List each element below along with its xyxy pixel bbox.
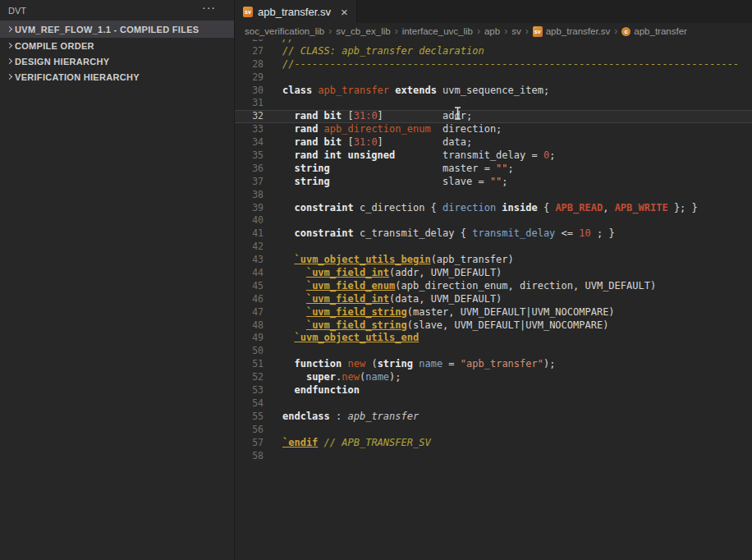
code-line-44[interactable]: 44 `uvm_field_int(addr, UVM_DEFAULT) bbox=[235, 267, 752, 280]
line-number: 50 bbox=[235, 345, 264, 358]
code-line-53[interactable]: 53 endfunction bbox=[235, 384, 752, 397]
code-text: string slave = ""; bbox=[264, 176, 508, 189]
code-line-48[interactable]: 48 `uvm_field_string(slave, UVM_DEFAULT|… bbox=[235, 319, 752, 333]
code-line-49[interactable]: 49 `uvm_object_utils_end bbox=[235, 332, 752, 345]
line-number: 44 bbox=[235, 267, 264, 280]
line-number: 37 bbox=[235, 176, 264, 189]
code-line-46[interactable]: 46 `uvm_field_int(data, UVM_DEFAULT) bbox=[235, 293, 752, 306]
code-line-37[interactable]: 37 string slave = ""; bbox=[235, 176, 752, 189]
line-number: 26 bbox=[235, 39, 264, 45]
code-line-38[interactable]: 38 bbox=[235, 189, 752, 202]
code-line-50[interactable]: 50 bbox=[235, 345, 752, 358]
breadcrumb-label: apb bbox=[484, 26, 500, 36]
breadcrumb-item[interactable]: apb bbox=[484, 26, 500, 36]
line-number: 46 bbox=[235, 293, 264, 306]
code-line-55[interactable]: 55endclass : apb_transfer bbox=[235, 411, 752, 424]
code-text: function new (string name = "apb_transfe… bbox=[264, 358, 555, 371]
close-icon[interactable]: × bbox=[341, 6, 348, 18]
sidebar-item-label: COMPILE ORDER bbox=[15, 41, 94, 51]
code-editor[interactable]: 26//------------------------------------… bbox=[235, 39, 752, 560]
code-text: `uvm_field_string(slave, UVM_DEFAULT|UVM… bbox=[264, 319, 608, 333]
sidebar-item-verification-hierarchy[interactable]: VERIFICATION HIERARCHY bbox=[0, 69, 234, 85]
code-line-52[interactable]: 52 super.new(name); bbox=[235, 371, 752, 384]
breadcrumb-separator: › bbox=[504, 25, 507, 37]
line-number: 30 bbox=[235, 85, 264, 98]
code-text bbox=[264, 189, 282, 202]
app-window: DVT ··· UVM_REF_FLOW_1.1 - COMPILED FILE… bbox=[0, 0, 752, 560]
chevron-right-icon bbox=[4, 27, 15, 31]
code-text: //--------------------------------------… bbox=[264, 39, 739, 45]
breadcrumb-label: soc_verification_lib bbox=[245, 26, 324, 36]
line-number: 34 bbox=[235, 136, 264, 149]
code-line-42[interactable]: 42 bbox=[235, 241, 752, 254]
code-line-58[interactable]: 58 bbox=[235, 450, 752, 463]
line-number: 28 bbox=[235, 58, 264, 71]
breadcrumb-separator: › bbox=[477, 25, 480, 37]
line-number: 53 bbox=[235, 384, 264, 397]
code-line-28[interactable]: 28//------------------------------------… bbox=[235, 58, 752, 71]
code-line-47[interactable]: 47 `uvm_field_string(master, UVM_DEFAULT… bbox=[235, 306, 752, 319]
code-text: // CLASS: apb_transfer declaration bbox=[264, 45, 484, 58]
breadcrumb-item[interactable]: sv bbox=[511, 26, 521, 36]
line-number: 32 bbox=[235, 110, 264, 123]
code-line-26[interactable]: 26//------------------------------------… bbox=[235, 39, 752, 45]
code-text: `uvm_field_enum(apb_direction_enum, dire… bbox=[264, 280, 656, 293]
breadcrumb-item[interactable]: sv_cb_ex_lib bbox=[336, 26, 390, 36]
line-number: 36 bbox=[235, 163, 264, 176]
code-line-36[interactable]: 36 string master = ""; bbox=[235, 163, 752, 176]
code-line-54[interactable]: 54 bbox=[235, 397, 752, 411]
code-line-40[interactable]: 40 bbox=[235, 214, 752, 227]
code-text: rand int unsigned transmit_delay = 0; bbox=[264, 149, 555, 163]
sv-file-icon: sv bbox=[533, 26, 543, 37]
code-line-45[interactable]: 45 `uvm_field_enum(apb_direction_enum, d… bbox=[235, 280, 752, 293]
chevron-right-icon bbox=[4, 59, 15, 63]
code-line-30[interactable]: 30class apb_transfer extends uvm_sequenc… bbox=[235, 85, 752, 98]
code-line-57[interactable]: 57`endif // APB_TRANSFER_SV bbox=[235, 437, 752, 450]
code-line-34[interactable]: 34 rand bit [31:0] data; bbox=[235, 136, 752, 149]
tab-apb-transfer-sv[interactable]: sv apb_transfer.sv × bbox=[235, 0, 357, 23]
code-text bbox=[264, 424, 282, 437]
more-actions-icon[interactable]: ··· bbox=[202, 1, 216, 14]
code-text: `uvm_field_int(data, UVM_DEFAULT) bbox=[264, 293, 502, 306]
breadcrumb-item[interactable]: interface_uvc_lib bbox=[402, 26, 473, 36]
line-number: 42 bbox=[235, 241, 264, 254]
line-number: 43 bbox=[235, 254, 264, 267]
code-line-43[interactable]: 43 `uvm_object_utils_begin(apb_transfer) bbox=[235, 254, 752, 267]
sidebar-item-compile-order[interactable]: COMPILE ORDER bbox=[0, 38, 234, 53]
code-text: string master = ""; bbox=[264, 163, 514, 176]
code-line-33[interactable]: 33 rand apb_direction_enum direction; bbox=[235, 123, 752, 136]
sidebar-item-label: VERIFICATION HIERARCHY bbox=[15, 72, 140, 82]
breadcrumb-label: interface_uvc_lib bbox=[402, 26, 473, 36]
line-number: 31 bbox=[235, 97, 264, 110]
code-line-51[interactable]: 51 function new (string name = "apb_tran… bbox=[235, 358, 752, 371]
code-line-29[interactable]: 29 bbox=[235, 71, 752, 85]
code-text: `uvm_field_int(addr, UVM_DEFAULT) bbox=[264, 267, 502, 280]
breadcrumb-item[interactable]: svapb_transfer.sv bbox=[533, 26, 611, 37]
code-line-35[interactable]: 35 rand int unsigned transmit_delay = 0; bbox=[235, 149, 752, 163]
line-number: 48 bbox=[235, 319, 264, 333]
code-line-27[interactable]: 27// CLASS: apb_transfer declaration bbox=[235, 45, 752, 58]
code-text: super.new(name); bbox=[264, 371, 401, 384]
line-number: 51 bbox=[235, 358, 264, 371]
line-number: 55 bbox=[235, 411, 264, 424]
code-line-39[interactable]: 39 constraint c_direction { direction in… bbox=[235, 202, 752, 215]
line-number: 35 bbox=[235, 149, 264, 163]
code-text: rand apb_direction_enum direction; bbox=[264, 123, 502, 136]
sidebar-item-uvm-ref-flow-1-1-compiled-files[interactable]: UVM_REF_FLOW_1.1 - COMPILED FILES bbox=[0, 21, 234, 38]
breadcrumb-label: sv bbox=[511, 26, 521, 36]
breadcrumb-item[interactable]: capb_transfer bbox=[621, 26, 687, 36]
code-line-31[interactable]: 31 bbox=[235, 97, 752, 110]
sidebar-item-label: UVM_REF_FLOW_1.1 - COMPILED FILES bbox=[15, 25, 199, 34]
code-line-32[interactable]: 32 rand bit [31:0] addr; bbox=[235, 110, 752, 123]
code-text: `uvm_object_utils_end bbox=[264, 332, 419, 345]
line-number: 40 bbox=[235, 214, 264, 227]
sidebar-title: DVT bbox=[8, 6, 26, 16]
code-line-56[interactable]: 56 bbox=[235, 424, 752, 437]
breadcrumb-separator: › bbox=[614, 25, 617, 37]
breadcrumb-item[interactable]: soc_verification_lib bbox=[245, 26, 324, 36]
code-line-41[interactable]: 41 constraint c_transmit_delay { transmi… bbox=[235, 227, 752, 241]
line-number: 49 bbox=[235, 332, 264, 345]
code-text: `uvm_field_string(master, UVM_DEFAULT|UV… bbox=[264, 306, 615, 319]
sidebar-item-design-hierarchy[interactable]: DESIGN HIERARCHY bbox=[0, 53, 234, 69]
code-text: `endif // APB_TRANSFER_SV bbox=[264, 437, 431, 450]
